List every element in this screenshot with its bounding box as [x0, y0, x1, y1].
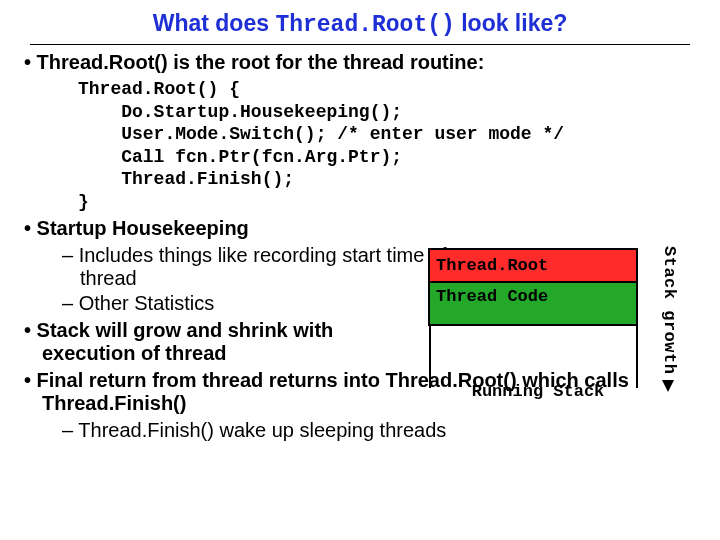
bullet-thread-finish-wake: Thread.Finish() wake up sleeping threads [62, 419, 696, 442]
arrow-down-icon [662, 380, 674, 392]
title-post: look like? [455, 10, 567, 36]
stack-diagram: Thread.Root Thread Code Running Stack [428, 248, 638, 401]
box-thread-root: Thread.Root [428, 248, 638, 281]
bullet-includes-recording: Includes things like recording start tim… [62, 244, 450, 290]
label-stack-growth: Stack growth [660, 246, 679, 374]
label-running-stack: Running Stack [438, 382, 638, 401]
slide-title: What does Thread.Root() look like? [0, 10, 720, 38]
title-rule [30, 44, 690, 45]
bullet-stack-grow-shrink: Stack will grow and shrink with executio… [24, 319, 412, 365]
code-block: Thread.Root() { Do.Startup.Housekeeping(… [78, 78, 696, 213]
slide: What does Thread.Root() look like? Threa… [0, 10, 720, 540]
stack-right-line [636, 326, 638, 388]
title-pre: What does [153, 10, 276, 36]
bullet-root-routine: Thread.Root() is the root for the thread… [24, 51, 696, 74]
bullet-startup-housekeeping: Startup Housekeeping [24, 217, 412, 240]
title-mono: Thread.Root() [275, 12, 454, 38]
box-thread-code: Thread Code [428, 281, 638, 326]
stack-left-line [429, 326, 431, 388]
bullet-other-statistics: Other Statistics [62, 292, 450, 315]
